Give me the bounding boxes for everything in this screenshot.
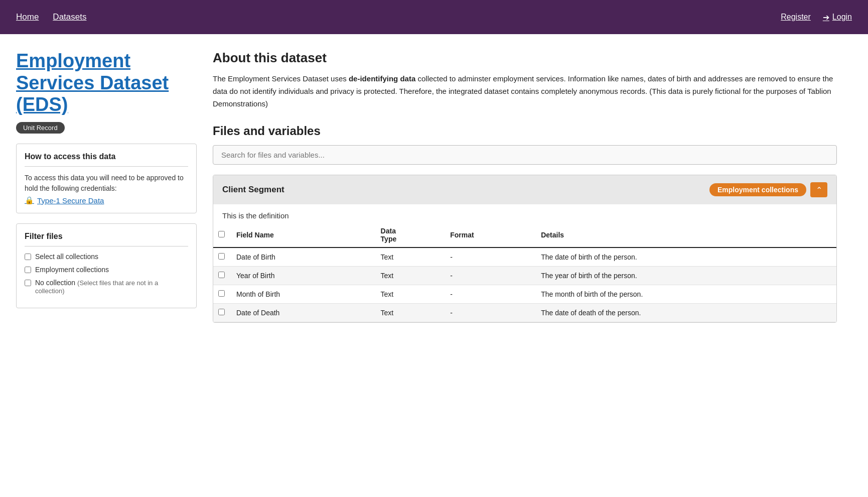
filter-checkbox-select-all[interactable] [25, 254, 31, 260]
th-details: Details [536, 223, 836, 247]
cell-format: - [445, 267, 536, 285]
filter-item-employment: Employment collections [25, 266, 188, 274]
main-content: About this dataset The Employment Servic… [213, 50, 837, 323]
row-checkbox[interactable] [218, 290, 225, 297]
chevron-up-icon: ⌃ [816, 185, 822, 195]
th-checkbox [213, 223, 231, 247]
cell-format: - [445, 304, 536, 322]
cell-field-name: Date of Death [231, 304, 376, 322]
variables-table: Field Name DataType Format Details Date … [213, 223, 836, 322]
table-row: Month of Birth Text - The month of birth… [213, 285, 836, 304]
cell-field-name: Date of Birth [231, 247, 376, 267]
cell-details: The month of birth of the person. [536, 285, 836, 304]
nav-right: Register ➔ Login [781, 13, 852, 22]
file-section-header: Client Segment Employment collections ⌃ [213, 175, 836, 204]
files-heading: Files and variables [213, 124, 837, 138]
cell-data-type: Text [376, 285, 446, 304]
row-checkbox-cell [213, 304, 231, 322]
cell-field-name: Year of Birth [231, 267, 376, 285]
row-checkbox-cell [213, 247, 231, 267]
filter-checkbox-no-collection[interactable] [25, 280, 31, 286]
collapse-button[interactable]: ⌃ [810, 182, 827, 197]
right-controls: Employment collections ⌃ [709, 182, 827, 197]
th-format: Format [445, 223, 536, 247]
row-checkbox-cell [213, 285, 231, 304]
nav-left: Home Datasets [16, 12, 86, 22]
table-select-all-checkbox[interactable] [218, 231, 225, 237]
filter-item-no-collection: No collection (Select files that are not… [25, 279, 188, 295]
filter-label-no-collection: No collection (Select files that are not… [35, 279, 188, 295]
row-checkbox[interactable] [218, 272, 225, 278]
cell-details: The date of birth of the person. [536, 247, 836, 267]
search-input[interactable] [213, 145, 837, 165]
cell-data-type: Text [376, 267, 446, 285]
row-checkbox[interactable] [218, 253, 225, 260]
lock-icon: 🔒 [25, 196, 34, 205]
access-body: To access this data you will need to be … [25, 173, 188, 194]
th-field-name: Field Name [231, 223, 376, 247]
filter-item-select-all: Select all collections [25, 253, 188, 261]
filter-checkbox-employment[interactable] [25, 267, 31, 273]
filter-heading: Filter files [25, 232, 188, 246]
cell-data-type: Text [376, 247, 446, 267]
table-row: Date of Birth Text - The date of birth o… [213, 247, 836, 267]
cell-format: - [445, 247, 536, 267]
row-checkbox-cell [213, 267, 231, 285]
nav-datasets-link[interactable]: Datasets [53, 12, 86, 22]
collection-badge: Employment collections [709, 183, 806, 196]
dataset-title[interactable]: Employment Services Dataset (EDS) [16, 50, 197, 116]
th-data-type: DataType [376, 223, 446, 247]
access-box: How to access this data To access this d… [16, 144, 197, 213]
cell-details: The year of birth of the person. [536, 267, 836, 285]
nav-home-link[interactable]: Home [16, 12, 39, 22]
cell-details: The date of death of the person. [536, 304, 836, 322]
nav-login-link[interactable]: ➔ Login [823, 13, 852, 22]
navbar: Home Datasets Register ➔ Login [0, 0, 868, 34]
file-section: Client Segment Employment collections ⌃ … [213, 175, 837, 323]
sidebar: Employment Services Dataset (EDS) Unit R… [16, 50, 197, 323]
filter-box: Filter files Select all collections Empl… [16, 223, 197, 308]
row-checkbox[interactable] [218, 309, 225, 315]
page-body: Employment Services Dataset (EDS) Unit R… [0, 34, 853, 339]
filter-label-select-all: Select all collections [35, 253, 98, 261]
cell-format: - [445, 285, 536, 304]
about-text: The Employment Services Dataset uses de-… [213, 73, 837, 110]
credential-link[interactable]: 🔒 Type-1 Secure Data [25, 196, 188, 205]
filter-label-employment: Employment collections [35, 266, 109, 274]
file-section-name: Client Segment [222, 185, 284, 195]
access-heading: How to access this data [25, 152, 188, 167]
about-heading: About this dataset [213, 50, 837, 66]
cell-data-type: Text [376, 304, 446, 322]
table-row: Year of Birth Text - The year of birth o… [213, 267, 836, 285]
cell-field-name: Month of Birth [231, 285, 376, 304]
unit-record-badge: Unit Record [16, 122, 65, 134]
login-icon: ➔ [823, 13, 829, 22]
file-definition: This is the definition [213, 204, 836, 223]
nav-register-link[interactable]: Register [781, 13, 811, 22]
table-row: Date of Death Text - The date of death o… [213, 304, 836, 322]
